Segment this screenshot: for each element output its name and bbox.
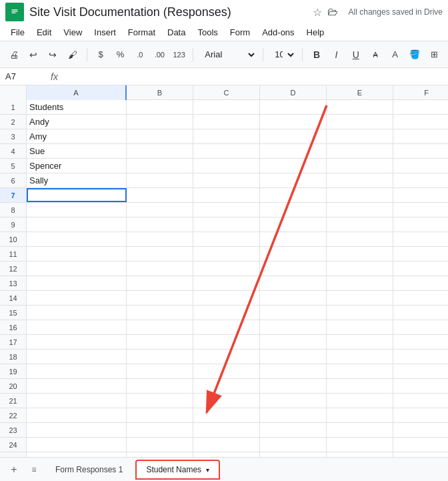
cell-e8[interactable] [327, 203, 393, 217]
cell-c23[interactable] [193, 423, 260, 437]
cell-b4[interactable] [127, 144, 193, 158]
cell-f5[interactable] [393, 159, 448, 173]
col-header-c[interactable]: C [193, 85, 260, 100]
cell-f6[interactable] [393, 173, 448, 187]
cell-b19[interactable] [127, 364, 193, 378]
cell-b7[interactable] [127, 188, 193, 202]
cell-d3[interactable] [260, 129, 327, 143]
cell-c8[interactable] [193, 203, 260, 217]
cell-c12[interactable] [193, 262, 260, 276]
cell-e10[interactable] [327, 232, 393, 246]
cell-a14[interactable] [27, 291, 127, 305]
bold-button[interactable]: B [308, 46, 325, 63]
cell-a20[interactable] [27, 379, 127, 393]
cell-a12[interactable] [27, 262, 127, 276]
cell-f19[interactable] [393, 364, 448, 378]
cell-a13[interactable] [27, 276, 127, 290]
cell-b1[interactable] [127, 100, 193, 114]
cell-a8[interactable] [27, 203, 127, 217]
cell-f7[interactable] [393, 188, 448, 202]
cell-f13[interactable] [393, 276, 448, 290]
cell-a6[interactable]: Sally [27, 173, 127, 187]
cell-b15[interactable] [127, 306, 193, 320]
cell-e11[interactable] [327, 247, 393, 261]
currency-button[interactable]: $ [92, 46, 109, 63]
cell-e19[interactable] [327, 364, 393, 378]
cell-b22[interactable] [127, 408, 193, 422]
cell-e14[interactable] [327, 291, 393, 305]
cell-a19[interactable] [27, 364, 127, 378]
italic-button[interactable]: I [328, 46, 345, 63]
cell-a7[interactable] [27, 188, 127, 202]
cell-f14[interactable] [393, 291, 448, 305]
cell-f15[interactable] [393, 306, 448, 320]
cell-d21[interactable] [260, 394, 327, 408]
cell-b14[interactable] [127, 291, 193, 305]
cell-c22[interactable] [193, 408, 260, 422]
cell-a2[interactable]: Andy [27, 115, 127, 129]
cell-b23[interactable] [127, 423, 193, 437]
cell-c2[interactable] [193, 115, 260, 129]
cell-a3[interactable]: Amy [27, 129, 127, 143]
cell-c5[interactable] [193, 159, 260, 173]
decimal-decrease-button[interactable]: .0 [131, 46, 148, 63]
cell-c15[interactable] [193, 306, 260, 320]
cell-c14[interactable] [193, 291, 260, 305]
cell-d11[interactable] [260, 247, 327, 261]
cell-f20[interactable] [393, 379, 448, 393]
cell-f24[interactable] [393, 438, 448, 452]
cell-a5[interactable]: Spencer [27, 159, 127, 173]
formula-input[interactable] [63, 71, 443, 81]
cell-b10[interactable] [127, 232, 193, 246]
cell-e16[interactable] [327, 320, 393, 334]
cell-b5[interactable] [127, 159, 193, 173]
redo-button[interactable]: ↪ [45, 46, 61, 63]
cell-b12[interactable] [127, 262, 193, 276]
cell-c21[interactable] [193, 394, 260, 408]
cell-a17[interactable] [27, 335, 127, 349]
cell-a16[interactable] [27, 320, 127, 334]
cell-e24[interactable] [327, 438, 393, 452]
cell-c16[interactable] [193, 320, 260, 334]
cell-a21[interactable] [27, 394, 127, 408]
cell-d6[interactable] [260, 173, 327, 187]
cell-b18[interactable] [127, 350, 193, 364]
cell-a10[interactable] [27, 232, 127, 246]
menu-data[interactable]: Data [162, 26, 191, 39]
menu-help[interactable]: Help [301, 26, 330, 39]
cell-d20[interactable] [260, 379, 327, 393]
fill-color-button[interactable]: 🪣 [406, 46, 423, 63]
cell-f3[interactable] [393, 129, 448, 143]
cell-f21[interactable] [393, 394, 448, 408]
cell-e20[interactable] [327, 379, 393, 393]
star-icon[interactable]: ☆ [313, 6, 322, 19]
cell-a4[interactable]: Sue [27, 144, 127, 158]
cell-d15[interactable] [260, 306, 327, 320]
menu-edit[interactable]: Edit [31, 26, 57, 39]
cell-d18[interactable] [260, 350, 327, 364]
cell-d13[interactable] [260, 276, 327, 290]
cell-b6[interactable] [127, 173, 193, 187]
cell-reference[interactable]: A7 [5, 71, 45, 81]
cell-d2[interactable] [260, 115, 327, 129]
cell-f10[interactable] [393, 232, 448, 246]
sheet-list-button[interactable]: ≡ [25, 461, 43, 478]
cell-f11[interactable] [393, 247, 448, 261]
cell-b16[interactable] [127, 320, 193, 334]
strikethrough-button[interactable]: A [367, 46, 383, 63]
percent-button[interactable]: % [112, 46, 129, 63]
cell-d12[interactable] [260, 262, 327, 276]
menu-tools[interactable]: Tools [192, 26, 223, 39]
cell-a15[interactable] [27, 306, 127, 320]
cell-a24[interactable] [27, 438, 127, 452]
cell-c17[interactable] [193, 335, 260, 349]
folder-icon[interactable]: 🗁 [327, 6, 338, 18]
cell-e2[interactable] [327, 115, 393, 129]
cell-c9[interactable] [193, 217, 260, 231]
cell-d19[interactable] [260, 364, 327, 378]
add-sheet-button[interactable]: + [5, 461, 23, 478]
print-button[interactable]: 🖨 [5, 46, 22, 63]
cell-c19[interactable] [193, 364, 260, 378]
cell-f17[interactable] [393, 335, 448, 349]
menu-form[interactable]: Form [225, 26, 255, 39]
